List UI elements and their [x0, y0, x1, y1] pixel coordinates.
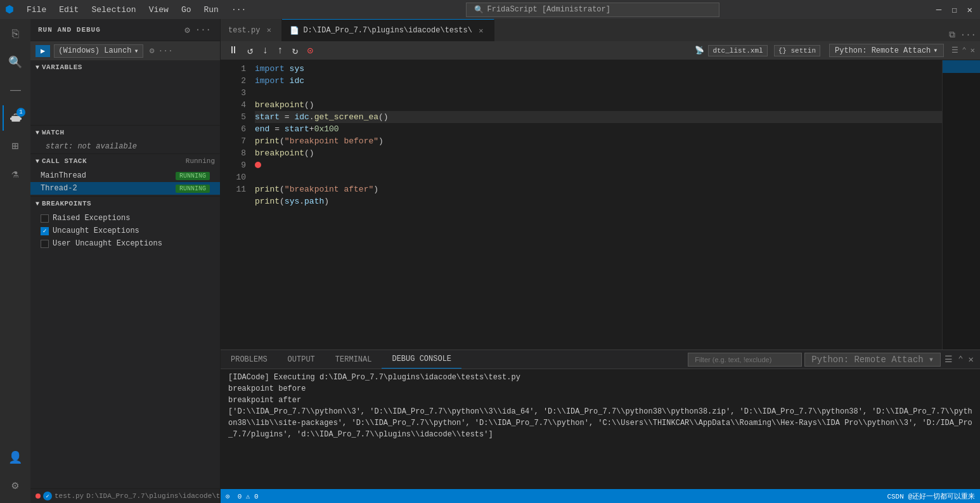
callstack-section-header[interactable]: ▼ CALL STACK Running [30, 154, 220, 168]
console-filter-input[interactable] [688, 353, 802, 367]
watch-section: ▼ WATCH start: not available [30, 126, 220, 154]
activity-bottom: 👤 ⚙ [3, 445, 28, 503]
file-name[interactable]: test.py [55, 492, 84, 500]
minimize-button[interactable]: — [934, 3, 944, 16]
console-line-0: [IDACode] Executing d:\IDA_Pro_7.7\plugi… [228, 372, 972, 383]
console-line-1: breakpoint before [228, 383, 972, 395]
menu-view[interactable]: View [144, 4, 174, 16]
minimap [942, 60, 980, 349]
file-path: D:\IDA_Pro_7.7\plugins\idacode\tests [86, 492, 237, 500]
console-select-label: Python: Remote Attach [810, 353, 924, 366]
code-content[interactable]: import sys import idc breakpoint() start… [252, 60, 942, 349]
settin-tab[interactable]: {} settin [774, 45, 820, 56]
close-button[interactable]: ✕ [965, 3, 975, 16]
code-token: start [255, 111, 280, 123]
debug-config-dropdown[interactable]: (Windows) Launch ▾ [54, 44, 143, 58]
breakpoints-section-header[interactable]: ▼ BREAKPOINTS [30, 197, 220, 211]
debug-config-icon[interactable]: ⚙ [183, 23, 191, 37]
activity-flask[interactable]: ⚗ [3, 161, 28, 186]
console-chevron-up-icon[interactable]: ⌃ [957, 353, 964, 366]
activity-explorer[interactable]: ⎘ [3, 22, 28, 47]
menu-run[interactable]: Run [198, 4, 223, 16]
breakpoint-user-uncaught-exceptions[interactable]: User Uncaught Exceptions [30, 237, 220, 250]
code-line-11: print(sys.path) [255, 195, 942, 207]
command-palette[interactable]: 🔍 FridaScript [Administrator] [466, 3, 719, 17]
tab-testpy[interactable]: test.py ✕ [221, 19, 282, 41]
callstack-item-main[interactable]: MainThread RUNNING [30, 169, 220, 182]
bottom-tabs: PROBLEMS OUTPUT TERMINAL DEBUG CONSOLE P… [221, 350, 980, 369]
maximize-button[interactable]: ☐ [949, 3, 959, 16]
activity-extensions[interactable]: ⊞ [3, 133, 28, 159]
tab-active-file[interactable]: 📄 D:\IDA_Pro_7.7\plugins\idacode\tests\ … [282, 19, 494, 41]
remote-attach-dropdown[interactable]: Python: Remote Attach ▾ [829, 44, 943, 57]
activity-source-control[interactable]: ⸻ [3, 77, 28, 103]
variables-section-header[interactable]: ▼ VARIABLES [30, 60, 220, 74]
debug-step-over-btn[interactable]: ↺ [245, 43, 256, 58]
play-icon: ▶ [41, 46, 45, 56]
remote-chevron-up-icon[interactable]: ⌃ [962, 46, 967, 55]
code-token: import [255, 63, 285, 75]
debug-more-icon[interactable]: ··· [194, 23, 212, 37]
callstack-item-thread2[interactable]: Thread-2 RUNNING [30, 182, 220, 195]
activity-account[interactable]: 👤 [3, 445, 28, 470]
debug-stop-btn[interactable]: ⊙ [305, 43, 316, 58]
menu-edit[interactable]: Edit [54, 4, 84, 16]
remote-list-icon[interactable]: ☰ [951, 46, 958, 55]
breakpoints-content: Raised Exceptions Uncaught Exceptions Us… [30, 211, 220, 251]
bottom-tab-output[interactable]: OUTPUT [278, 350, 325, 369]
debug-step-out-btn[interactable]: ↑ [274, 44, 286, 58]
raised-exceptions-checkbox[interactable] [41, 214, 49, 223]
line-num-11: 11 [221, 183, 246, 195]
more-icon[interactable]: ··· [959, 29, 977, 41]
menu-file[interactable]: File [22, 4, 51, 16]
debug-settings-icon[interactable]: ⚙ [150, 46, 155, 56]
code-token: ( [280, 195, 285, 207]
menu-go[interactable]: Go [176, 4, 197, 16]
debug-step-into-btn[interactable]: ↓ [260, 44, 271, 58]
debug-play-button[interactable]: ▶ [35, 45, 50, 57]
console-select-dropdown[interactable]: Python: Remote Attach ▾ [804, 353, 941, 367]
tab-bar-actions: ⧉ ··· [945, 29, 980, 41]
debug-remote-area: 📡 dtc_list.xml {} settin Python: Remote … [695, 44, 975, 57]
title-search-area: 🔍 FridaScript [Administrator] [259, 3, 925, 17]
watch-section-label: WATCH [42, 129, 65, 136]
watch-section-header[interactable]: ▼ WATCH [30, 126, 220, 140]
watch-item-value: not available [77, 142, 137, 151]
activity-debug[interactable]: 1 [3, 105, 28, 131]
bottom-tab-problems[interactable]: PROBLEMS [221, 350, 278, 369]
split-editor-icon[interactable]: ⧉ [948, 29, 957, 41]
code-line-10: print("breakpoint after") [255, 183, 942, 195]
console-list-icon[interactable]: ☰ [943, 353, 954, 366]
tab-active-close[interactable]: ✕ [476, 25, 486, 36]
callstack-arrow-icon: ▼ [35, 158, 39, 165]
breakpoint-raised-exceptions[interactable]: Raised Exceptions [30, 212, 220, 225]
console-close-icon[interactable]: ✕ [967, 353, 975, 366]
tab-testpy-close[interactable]: ✕ [264, 25, 274, 36]
status-debug-icon[interactable]: ⊙ [226, 492, 230, 500]
user-uncaught-exceptions-checkbox[interactable] [41, 240, 49, 248]
menu-selection[interactable]: Selection [86, 4, 141, 16]
debug-pause-btn[interactable]: ⏸ [226, 43, 241, 58]
status-errors[interactable]: 0 ⚠ 0 [238, 492, 259, 500]
breakpoint-uncaught-exceptions[interactable]: Uncaught Exceptions [30, 225, 220, 237]
remote-close-icon[interactable]: ✕ [970, 46, 975, 55]
code-line-4: breakpoint() [255, 99, 942, 111]
dtc-list-tab[interactable]: dtc_list.xml [708, 45, 767, 56]
debug-ellipsis-icon[interactable]: ··· [158, 46, 173, 56]
activity-search[interactable]: 🔍 [3, 49, 28, 75]
menu-more[interactable]: ··· [226, 4, 251, 16]
sidebar-header: RUN AND DEBUG ⚙ ··· [30, 19, 220, 41]
breakpoints-section-label: BREAKPOINTS [42, 200, 91, 207]
search-icon: 🔍 [474, 5, 484, 15]
code-line-8: breakpoint() [255, 147, 942, 159]
debug-restart-btn[interactable]: ↻ [290, 43, 301, 58]
bottom-tab-debug-console[interactable]: DEBUG CONSOLE [382, 350, 461, 369]
callstack-status: Running [186, 157, 215, 165]
line-num-4: 4 [221, 99, 246, 111]
activity-settings[interactable]: ⚙ [3, 473, 28, 498]
uncaught-exceptions-label: Uncaught Exceptions [53, 226, 139, 235]
code-token: 0x100 [314, 123, 339, 135]
code-token: sys [285, 63, 304, 75]
bottom-tab-terminal[interactable]: TERMINAL [325, 350, 382, 369]
uncaught-exceptions-checkbox[interactable] [41, 227, 49, 235]
